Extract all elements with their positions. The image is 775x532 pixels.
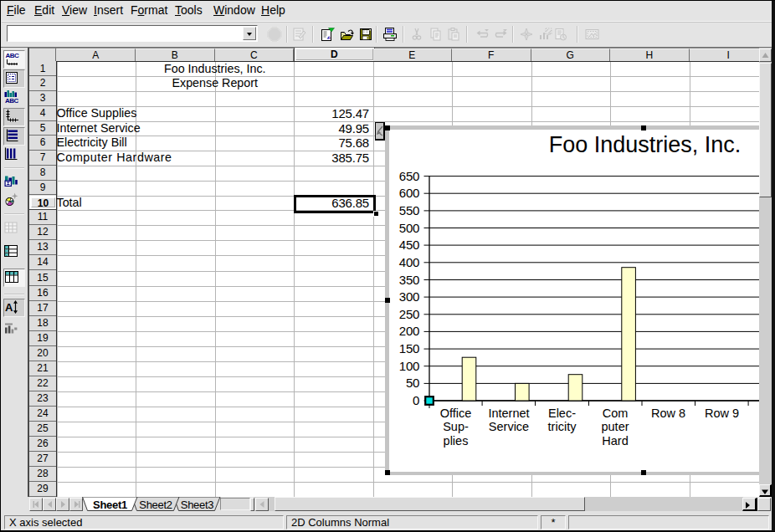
svg-text:100: 100 — [398, 358, 418, 372]
svg-text:50: 50 — [405, 376, 418, 390]
svg-text:Sheet1: Sheet1 — [93, 499, 127, 511]
svg-text:Hard: Hard — [602, 433, 628, 447]
svg-text:300: 300 — [398, 289, 418, 304]
svg-text:ABC: ABC — [6, 52, 20, 59]
svg-text:Row 8: Row 8 — [650, 407, 685, 420]
svg-text:Office: Office — [439, 407, 471, 420]
svg-text:Sheet3: Sheet3 — [181, 499, 213, 511]
svg-text:Service: Service — [488, 420, 528, 433]
svg-text:250: 250 — [398, 306, 418, 320]
svg-text:Row 9: Row 9 — [704, 407, 738, 420]
svg-text:Internet: Internet — [488, 407, 529, 420]
svg-text:Foo Industries, Inc.: Foo Industries, Inc. — [548, 132, 741, 157]
svg-text:Sup-: Sup- — [443, 420, 469, 433]
svg-text:200: 200 — [398, 324, 418, 338]
svg-text:350: 350 — [398, 272, 418, 286]
svg-text:650: 650 — [398, 168, 418, 182]
svg-text:600: 600 — [398, 186, 418, 200]
svg-text:550: 550 — [398, 202, 418, 217]
svg-text:ABC: ABC — [5, 97, 18, 104]
svg-text:500: 500 — [398, 220, 418, 234]
svg-text:plies: plies — [443, 433, 468, 447]
svg-text:0: 0 — [412, 393, 418, 407]
svg-text:puter: puter — [601, 420, 629, 433]
svg-text:tricity: tricity — [547, 420, 577, 433]
svg-text:Elec-: Elec- — [547, 407, 575, 420]
svg-text:A: A — [5, 301, 13, 314]
svg-text:450: 450 — [398, 238, 418, 252]
svg-text:400: 400 — [398, 254, 418, 269]
svg-text:Com: Com — [602, 407, 628, 420]
svg-text:150: 150 — [398, 341, 418, 356]
svg-text:Sheet2: Sheet2 — [139, 499, 172, 511]
